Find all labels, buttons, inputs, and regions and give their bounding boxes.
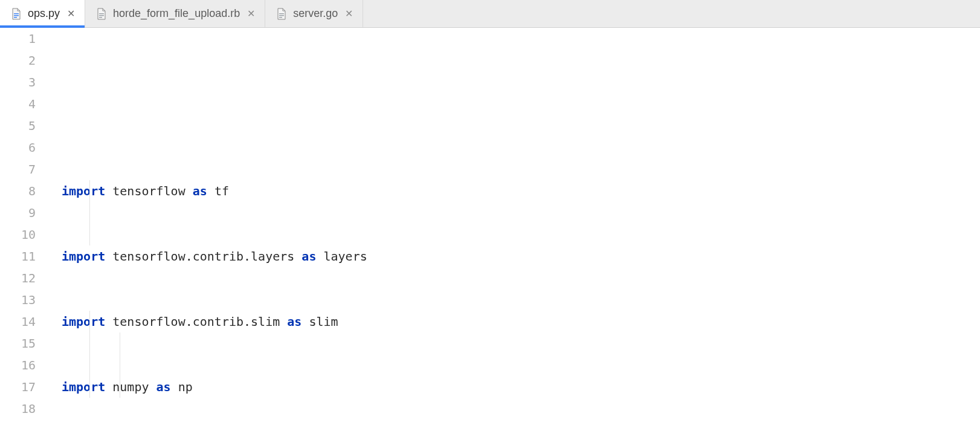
line-number: 3 — [0, 71, 36, 93]
line-number: 17 — [0, 376, 36, 398]
line-number: 5 — [0, 115, 36, 137]
close-icon[interactable]: ✕ — [344, 9, 354, 19]
line-number: 16 — [0, 354, 36, 376]
close-icon[interactable]: ✕ — [246, 9, 256, 19]
line-number: 10 — [0, 224, 36, 245]
file-icon — [96, 8, 107, 20]
line-number: 15 — [0, 333, 36, 354]
svg-rect-7 — [279, 15, 284, 16]
tab-horde-rb[interactable]: horde_form_file_upload.rb ✕ — [85, 0, 265, 27]
line-number: 1 — [0, 28, 36, 50]
svg-rect-2 — [14, 17, 17, 18]
line-number: 2 — [0, 50, 36, 71]
code-line: import numpy as np — [62, 376, 980, 398]
svg-rect-4 — [99, 15, 104, 16]
line-number: 11 — [0, 245, 36, 267]
line-number: 18 — [0, 398, 36, 420]
svg-rect-5 — [99, 17, 102, 18]
file-icon — [276, 8, 287, 20]
close-icon[interactable]: ✕ — [66, 9, 76, 19]
tab-ops-py[interactable]: ops.py ✕ — [0, 0, 85, 27]
svg-rect-3 — [99, 13, 104, 14]
tab-label: horde_form_file_upload.rb — [113, 7, 240, 20]
line-number: 9 — [0, 202, 36, 224]
line-number: 8 — [0, 180, 36, 202]
svg-rect-6 — [279, 13, 284, 14]
code-line: import tensorflow.contrib.layers as laye… — [62, 245, 980, 267]
line-number: 7 — [0, 158, 36, 180]
gutter: 123456789101112131415161718 — [0, 28, 51, 422]
tab-server-go[interactable]: server.go ✕ — [265, 0, 363, 27]
svg-rect-0 — [14, 13, 19, 14]
svg-rect-8 — [279, 17, 282, 18]
line-number: 14 — [0, 311, 36, 333]
editor: 123456789101112131415161718 import tenso… — [0, 28, 980, 422]
file-icon — [11, 8, 22, 20]
tab-label: server.go — [293, 7, 338, 20]
line-number: 13 — [0, 289, 36, 311]
line-number: 4 — [0, 93, 36, 115]
line-number: 12 — [0, 267, 36, 289]
tab-bar: ops.py ✕ horde_form_file_upload.rb ✕ ser… — [0, 0, 980, 28]
code-line: import tensorflow as tf — [62, 180, 980, 202]
tab-label: ops.py — [28, 7, 60, 20]
svg-rect-1 — [14, 15, 19, 16]
code-area[interactable]: import tensorflow as tf import tensorflo… — [51, 28, 980, 422]
line-number: 6 — [0, 137, 36, 158]
code-line: import tensorflow.contrib.slim as slim — [62, 311, 980, 333]
